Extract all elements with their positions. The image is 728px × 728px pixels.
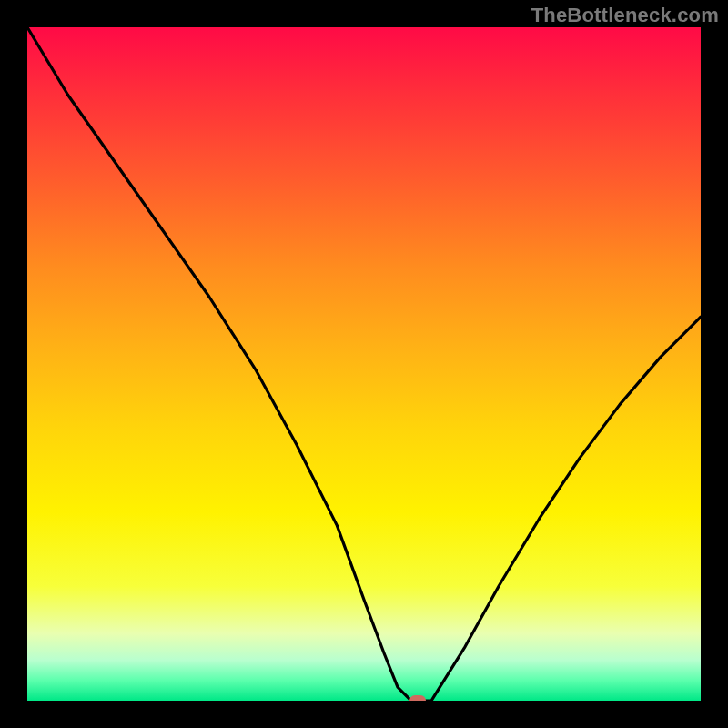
minimum-marker xyxy=(410,695,426,701)
plot-area xyxy=(27,27,701,701)
bottleneck-curve xyxy=(27,27,701,701)
curve-path xyxy=(27,27,701,701)
attribution-text: TheBottleneck.com xyxy=(531,4,719,27)
chart-frame: TheBottleneck.com xyxy=(0,0,728,728)
